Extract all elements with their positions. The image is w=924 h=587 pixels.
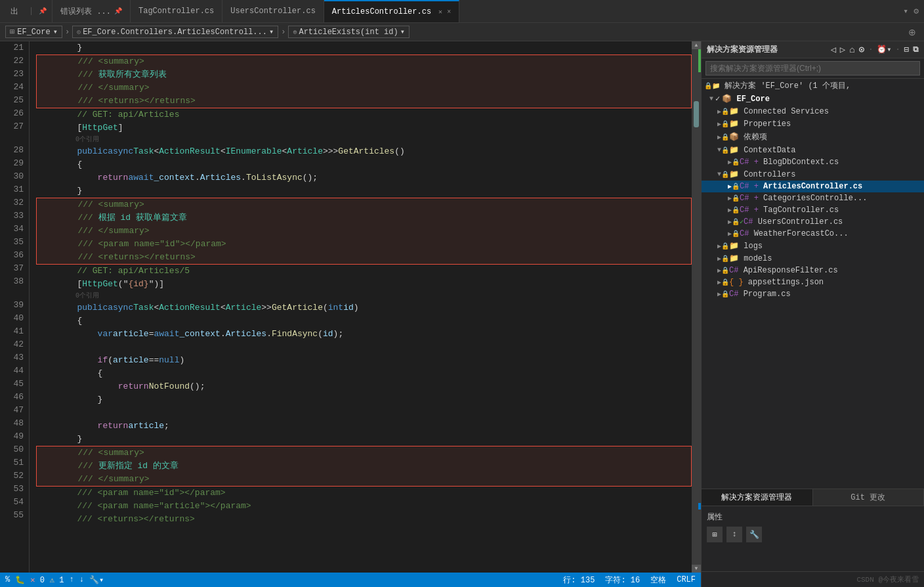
filter-icon[interactable]: ⧉ (913, 45, 919, 54)
error-count[interactable]: ✕ 0 (30, 575, 45, 585)
weather-label: WeatherForecastCo... (749, 229, 848, 238)
lock-icon: 🔒 (732, 230, 740, 238)
tab-output[interactable]: 出 (5, 6, 24, 17)
tree-appsettings[interactable]: ▶ 🔒 { } appsettings.json (702, 276, 924, 288)
lock-icon: 🔒 (732, 158, 740, 166)
folder-icon: 📁 (729, 241, 739, 251)
folder-icon: 📁 (729, 106, 739, 116)
tab-overflow-menu[interactable]: ▾ ⚙ (898, 6, 924, 16)
code-line-55: /// <returns></returns> (36, 513, 692, 526)
editor-area[interactable]: 21 22 23 24 25 26 27 28 29 30 31 32 33 3… (0, 41, 701, 587)
lock-icon: 🔒 (721, 120, 729, 128)
solution-tree[interactable]: 🔒 📁 解决方案 'EF_Core' (1 个项目, ▼ ✓ 📦 EF_Core… (702, 79, 924, 489)
tab-articles-controller[interactable]: ArticlesController.cs ✕ × (324, 0, 459, 22)
back-icon[interactable]: ◁ (830, 44, 835, 55)
deps-icon: 📦 (729, 132, 739, 142)
warning-count[interactable]: ⚠ 1 (50, 575, 64, 585)
nav-up-arrow[interactable]: ↑ (69, 575, 74, 584)
zoom-percent[interactable]: % (5, 575, 10, 584)
namespace-dropdown[interactable]: ▾ (269, 27, 274, 37)
tab-tag-controller[interactable]: TagController.cs (131, 0, 222, 22)
breadcrumb-arrow2: › (281, 28, 285, 37)
breadcrumb-dropdown[interactable]: ▾ (53, 27, 58, 37)
wrench-icon[interactable]: 🔧▾ (89, 575, 104, 585)
tree-api-response-filter[interactable]: ▶ 🔒 C# ApiResponseFilter.cs (702, 265, 924, 276)
code-line-45: return NotFound(); (36, 380, 692, 393)
tree-context-data[interactable]: ▼ 🔒 📁 ContextData (702, 144, 924, 156)
code-line-50: /// <summary> (37, 446, 691, 460)
line-info: 行: 135 (563, 575, 595, 586)
solution-search-box[interactable] (702, 58, 924, 79)
code-line-52: /// </summary> (37, 473, 691, 486)
code-line-25: /// <returns></returns> (37, 95, 691, 108)
cs-icon: C# (729, 266, 738, 275)
main-layout: 21 22 23 24 25 26 27 28 29 30 31 32 33 3… (0, 41, 924, 587)
tree-users-controller[interactable]: ▶ 🔒 ✓ C# UsersController.cs (702, 216, 924, 228)
cs-plus-icon: C# + (740, 158, 759, 167)
tree-controllers[interactable]: ▼ 🔒 📁 Controllers (702, 168, 924, 181)
tree-properties[interactable]: ▶ 🔒 📁 Properties (702, 118, 924, 130)
tab-solution-explorer[interactable]: 解决方案资源管理器 (702, 489, 813, 506)
code-hint-27: 0个引用 (36, 135, 692, 145)
solution-root[interactable]: 🔒 📁 解决方案 'EF_Core' (1 个项目, (702, 79, 924, 93)
prop-icon-sort[interactable]: ↕ (726, 527, 742, 542)
bug-icon[interactable]: 🐛 (15, 575, 25, 585)
home-icon[interactable]: ⌂ (849, 45, 854, 55)
tree-models[interactable]: ▶ 🔒 📁 models (702, 252, 924, 265)
nav-up-button[interactable]: ⊕ (906, 26, 919, 39)
status-right: 行: 135 字符: 16 空格 CRLF (563, 575, 696, 586)
code-line-30: return await _context.Articles.ToListAsy… (36, 171, 692, 185)
tab-users-controller[interactable]: UsersController.cs (222, 0, 324, 22)
scroll-up-button[interactable]: ▲ (692, 41, 701, 49)
tab-pin-icon: 📌 (39, 7, 47, 15)
tab-close-button[interactable]: × (447, 9, 451, 16)
code-line-29: { (36, 158, 692, 171)
tree-blog-db-context[interactable]: ▶ 🔒 C# + BlogDbContext.cs (702, 156, 924, 168)
prop-icon-settings[interactable]: 🔧 (746, 527, 762, 542)
code-line-36: /// <returns></returns> (37, 251, 691, 264)
code-line-43: if (article == null) (36, 354, 692, 367)
tag-controller-label: TagController.cs (759, 206, 839, 215)
solution-search-input[interactable] (705, 61, 920, 76)
breadcrumb-method[interactable]: ⊕ ArticleExists(int id) ▾ (288, 26, 410, 38)
lock-icon: 🔒 (721, 290, 729, 298)
tab-pin-icon: 📌 (114, 7, 122, 15)
scroll-thumb[interactable] (694, 101, 699, 127)
tree-categories-controller[interactable]: ▶ 🔒 C# + CategoriesControlle... (702, 192, 924, 204)
context-data-label: ContextData (739, 146, 795, 155)
code-line-31: } (36, 185, 692, 198)
encoding-info: CRLF (677, 575, 696, 584)
tab-error-list[interactable]: 错误列表 ... 📌 (52, 0, 131, 22)
tree-connected-services[interactable]: ▶ 🔒 📁 Connected Services (702, 105, 924, 118)
solution-toolbar: ◁ ▷ ⌂ ⊙ · ⏰▾ · ⊟ ⧉ (830, 44, 919, 55)
sync-icon[interactable]: ⊙ (859, 44, 864, 55)
breadcrumb-project[interactable]: ⊞ EF_Core ▾ (5, 26, 62, 38)
method-dropdown[interactable]: ▾ (400, 27, 405, 37)
tree-tag-controller[interactable]: ▶ 🔒 C# + TagController.cs (702, 204, 924, 216)
code-container[interactable]: 21 22 23 24 25 26 27 28 29 30 31 32 33 3… (0, 41, 701, 573)
program-label: Program.cs (738, 290, 790, 299)
collapse-icon[interactable]: ⊟ (904, 45, 909, 54)
tree-logs[interactable]: ▶ 🔒 📁 logs (702, 240, 924, 252)
tab-git-changes[interactable]: Git 更改 (813, 489, 925, 506)
forward-icon[interactable]: ▷ (840, 44, 845, 55)
tree-weather-forecast[interactable]: ▶ 🔒 C# WeatherForecastCo... (702, 228, 924, 240)
nav-down-arrow[interactable]: ↓ (79, 575, 84, 584)
code-line-37: // GET: api/Articles/5 (36, 265, 692, 278)
settings-icon[interactable]: ⚙ (914, 6, 919, 16)
vertical-scrollbar[interactable]: ▲ ▼ (692, 41, 701, 573)
lock-icon: 🔒 (732, 194, 740, 202)
tree-program[interactable]: ▶ 🔒 C# Program.cs (702, 288, 924, 300)
users-controller-label: UsersController.cs (753, 217, 843, 227)
breadcrumb-namespace[interactable]: ⊙ EF_Core.Controllers.ArticlesControll..… (72, 26, 278, 38)
scroll-down-button[interactable]: ▼ (692, 565, 701, 573)
folder-icon: 📁 (729, 169, 739, 179)
controllers-label: Controllers (739, 170, 795, 179)
tree-deps[interactable]: ▶ 🔒 📦 依赖项 (702, 130, 924, 144)
tab-dropdown-icon[interactable]: ▾ (903, 6, 908, 16)
project-ef-core[interactable]: ▼ ✓ 📦 EF_Core (702, 93, 924, 105)
tree-articles-controller[interactable]: ▶ 🔒 C# + ArticlesController.cs (702, 181, 924, 192)
code-content[interactable]: } /// <summary> /// 获取所有文章列表 /// </ (30, 41, 692, 573)
alarm-icon[interactable]: ⏰▾ (877, 45, 891, 54)
prop-icon-grid[interactable]: ⊞ (707, 527, 723, 542)
